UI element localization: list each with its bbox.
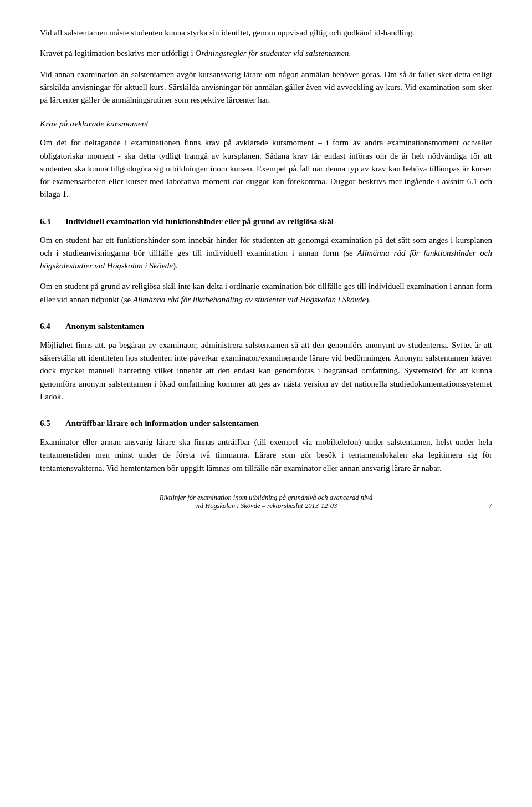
- section-6-3-title: Individuell examination vid funktionshin…: [65, 217, 492, 226]
- footer: Riktlinjer för examination inom utbildni…: [40, 489, 492, 510]
- section-6-4-title: Anonym salstentamen: [65, 322, 492, 331]
- italic-ref-2: Allmänna råd för funktionshinder och hög…: [40, 248, 492, 270]
- italic-ref-3: Allmänna råd för likabehandling av stude…: [133, 295, 366, 304]
- footer-line-1: Riktlinjer för examination inom utbildni…: [40, 494, 492, 502]
- paragraph-3: Vid annan examination än salstentamen av…: [40, 68, 492, 107]
- section-6-4-heading: 6.4 Anonym salstentamen: [40, 322, 492, 331]
- footer-line-2: vid Högskolan i Skövde – rektorsbeslut 2…: [40, 502, 492, 510]
- footer-page-number: 7: [489, 502, 492, 510]
- page: Vid all salstentamen måste studenten kun…: [0, 0, 532, 527]
- section-6-3-para-1: Om en student har ett funktionshinder so…: [40, 234, 492, 273]
- section-6-4-para-1: Möjlighet finns att, på begäran av exami…: [40, 339, 492, 403]
- section-6-5-heading: 6.5 Anträffbar lärare och information un…: [40, 419, 492, 428]
- section-6-3-para-2: Om en student på grund av religiösa skäl…: [40, 280, 492, 306]
- section-6-5-number: 6.5: [40, 419, 58, 428]
- paragraph-1: Vid all salstentamen måste studenten kun…: [40, 27, 492, 39]
- section-6-4-number: 6.4: [40, 322, 58, 331]
- krav-paragraph: Om det för deltagande i examinationen fi…: [40, 136, 492, 201]
- section-6-5-title: Anträffbar lärare och information under …: [65, 419, 492, 428]
- italic-ref-1: Ordningsregler för studenter vid salsten…: [195, 49, 349, 58]
- section-6-5-para-1: Examinator eller annan ansvarig lärare s…: [40, 436, 492, 475]
- section-6-3-heading: 6.3 Individuell examination vid funktion…: [40, 217, 492, 226]
- paragraph-2: Kravet på legitimation beskrivs mer utfö…: [40, 47, 492, 60]
- krav-heading: Krav på avklarade kursmoment: [40, 119, 492, 129]
- section-6-3-number: 6.3: [40, 217, 58, 226]
